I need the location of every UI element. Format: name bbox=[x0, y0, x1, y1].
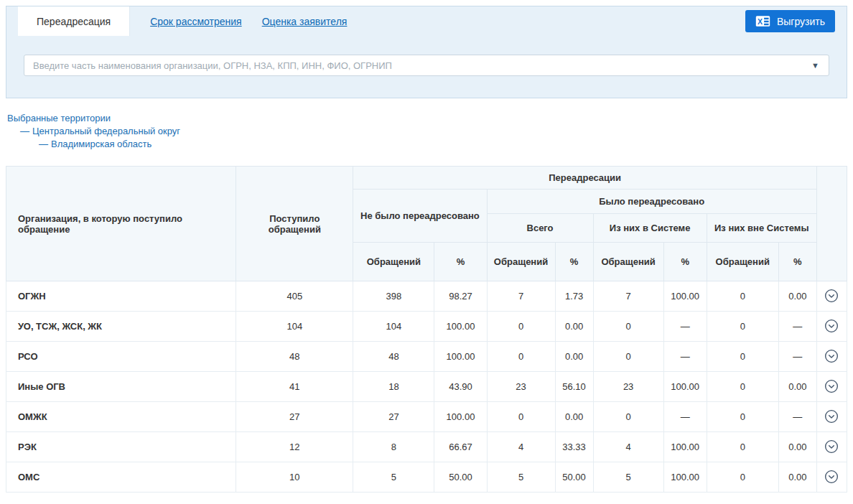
expand-row-button[interactable] bbox=[823, 408, 840, 425]
expand-row-button[interactable] bbox=[823, 347, 840, 365]
territories-title-link[interactable]: Выбранные территории bbox=[7, 112, 847, 125]
export-button[interactable]: X Выгрузить bbox=[745, 10, 835, 32]
selected-territories: Выбранные территории —Центральный федера… bbox=[7, 112, 847, 151]
total-percent-cell: 0.00 bbox=[555, 312, 593, 342]
page: Переадресация Срок рассмотрения Оценка з… bbox=[0, 0, 853, 498]
dropdown-caret-icon[interactable]: ▼ bbox=[802, 61, 829, 70]
territory-item-region[interactable]: —Владимирская область bbox=[39, 138, 847, 151]
chevron-down-circle-icon bbox=[824, 409, 839, 424]
organization-search: ▼ bbox=[24, 55, 829, 76]
total-percent-cell: 0.00 bbox=[555, 342, 593, 372]
received-cell: 41 bbox=[236, 372, 353, 402]
in-system-appeals-cell: 4 bbox=[593, 432, 663, 462]
not-redirected-percent-cell: 100.00 bbox=[434, 312, 487, 342]
in-system-appeals-cell: 5 bbox=[593, 462, 663, 493]
in-system-percent-cell: — bbox=[663, 312, 707, 342]
org-cell: РЭК bbox=[6, 432, 236, 462]
total-appeals-cell: 4 bbox=[487, 432, 555, 462]
table-row: Иные ОГВ 41 18 43.90 23 56.10 23 100.00 … bbox=[6, 372, 847, 402]
col-header-percent: % bbox=[434, 243, 487, 281]
chevron-down-circle-icon bbox=[824, 349, 839, 363]
received-cell: 10 bbox=[236, 462, 353, 493]
col-header-appeals: Обращений bbox=[707, 243, 778, 281]
org-cell: УО, ТСЖ, ЖСК, ЖК bbox=[6, 312, 236, 342]
in-system-percent-cell: 100.00 bbox=[663, 432, 707, 462]
col-header-appeals: Обращений bbox=[353, 243, 434, 281]
in-system-appeals-cell: 7 bbox=[593, 281, 663, 312]
not-redirected-percent-cell: 66.67 bbox=[434, 432, 487, 462]
table-body: ОГЖН 405 398 98.27 7 1.73 7 100.00 0 0.0… bbox=[6, 281, 847, 493]
outside-system-appeals-cell: 0 bbox=[707, 402, 778, 432]
organization-search-input[interactable] bbox=[24, 60, 802, 71]
total-appeals-cell: 0 bbox=[487, 312, 555, 342]
total-appeals-cell: 5 bbox=[487, 462, 555, 493]
col-header-organization: Организация, в которую поступило обращен… bbox=[6, 167, 236, 281]
expand-row-button[interactable] bbox=[823, 317, 840, 335]
org-cell: ОМС bbox=[6, 462, 236, 493]
received-cell: 12 bbox=[236, 432, 353, 462]
table-row: УО, ТСЖ, ЖСК, ЖК 104 104 100.00 0 0.00 0… bbox=[6, 312, 847, 342]
chevron-down-circle-icon bbox=[824, 470, 839, 484]
col-header-not-redirected: Не было переадресовано bbox=[353, 190, 487, 243]
col-header-redirections: Переадресации bbox=[353, 167, 817, 190]
excel-icon: X bbox=[755, 15, 770, 27]
svg-text:X: X bbox=[758, 17, 763, 26]
org-cell: РСО bbox=[6, 342, 236, 372]
table-row: ОМЖК 27 27 100.00 0 0.00 0 — 0 — bbox=[6, 402, 847, 432]
in-system-percent-cell: — bbox=[663, 342, 707, 372]
outside-system-appeals-cell: 0 bbox=[707, 462, 778, 493]
expand-row-button[interactable] bbox=[823, 287, 840, 304]
col-header-total: Всего bbox=[487, 214, 593, 243]
col-header-percent: % bbox=[555, 243, 593, 281]
col-header-appeals: Обращений bbox=[593, 243, 663, 281]
in-system-percent-cell: — bbox=[663, 402, 707, 432]
in-system-appeals-cell: 0 bbox=[593, 342, 663, 372]
total-appeals-cell: 0 bbox=[487, 342, 555, 372]
total-percent-cell: 50.00 bbox=[555, 462, 593, 493]
not-redirected-percent-cell: 50.00 bbox=[434, 462, 487, 493]
outside-system-appeals-cell: 0 bbox=[707, 342, 778, 372]
table-row: ОГЖН 405 398 98.27 7 1.73 7 100.00 0 0.0… bbox=[6, 281, 847, 312]
outside-system-appeals-cell: 0 bbox=[707, 281, 778, 312]
outside-system-percent-cell: 0.00 bbox=[778, 462, 816, 493]
col-header-received: Поступило обращений bbox=[236, 167, 353, 281]
col-header-outside-system: Из них вне Системы bbox=[707, 214, 816, 243]
in-system-appeals-cell: 23 bbox=[593, 372, 663, 402]
received-cell: 27 bbox=[236, 402, 353, 432]
expand-row-button[interactable] bbox=[823, 438, 840, 455]
total-percent-cell: 1.73 bbox=[555, 281, 593, 312]
col-header-appeals: Обращений bbox=[487, 243, 555, 281]
outside-system-percent-cell: 0.00 bbox=[778, 281, 816, 312]
table-row: РЭК 12 8 66.67 4 33.33 4 100.00 0 0.00 bbox=[6, 432, 847, 462]
not-redirected-appeals-cell: 27 bbox=[353, 402, 434, 432]
chevron-down-circle-icon bbox=[824, 439, 839, 454]
expand-row-button[interactable] bbox=[823, 468, 840, 485]
col-header-expand bbox=[816, 167, 847, 281]
col-header-in-system: Из них в Системе bbox=[593, 214, 707, 243]
chevron-down-circle-icon bbox=[824, 289, 839, 303]
not-redirected-percent-cell: 100.00 bbox=[434, 402, 487, 432]
tab-srok-rassmotreniya[interactable]: Срок рассмотрения bbox=[150, 16, 242, 27]
outside-system-percent-cell: 0.00 bbox=[778, 372, 816, 402]
expand-row-button[interactable] bbox=[823, 378, 840, 395]
filter-panel: Переадресация Срок рассмотрения Оценка з… bbox=[6, 6, 847, 98]
outside-system-appeals-cell: 0 bbox=[707, 312, 778, 342]
total-appeals-cell: 7 bbox=[487, 281, 555, 312]
territory-item-federal-district[interactable]: —Центральный федеральный округ bbox=[20, 125, 847, 138]
tree-dash: — bbox=[20, 126, 29, 136]
in-system-appeals-cell: 0 bbox=[593, 312, 663, 342]
in-system-appeals-cell: 0 bbox=[593, 402, 663, 432]
outside-system-appeals-cell: 0 bbox=[707, 432, 778, 462]
outside-system-percent-cell: — bbox=[778, 312, 816, 342]
total-percent-cell: 0.00 bbox=[555, 402, 593, 432]
table-row: РСО 48 48 100.00 0 0.00 0 — 0 — bbox=[6, 342, 847, 372]
tab-ocenka-zayavitelya[interactable]: Оценка заявителя bbox=[262, 16, 348, 27]
org-cell: Иные ОГВ bbox=[6, 372, 236, 402]
tab-pereadresaciya[interactable]: Переадресация bbox=[18, 6, 130, 36]
outside-system-percent-cell: — bbox=[778, 342, 816, 372]
not-redirected-percent-cell: 43.90 bbox=[434, 372, 487, 402]
not-redirected-appeals-cell: 104 bbox=[353, 312, 434, 342]
not-redirected-appeals-cell: 8 bbox=[353, 432, 434, 462]
not-redirected-percent-cell: 98.27 bbox=[434, 281, 487, 312]
not-redirected-appeals-cell: 48 bbox=[353, 342, 434, 372]
